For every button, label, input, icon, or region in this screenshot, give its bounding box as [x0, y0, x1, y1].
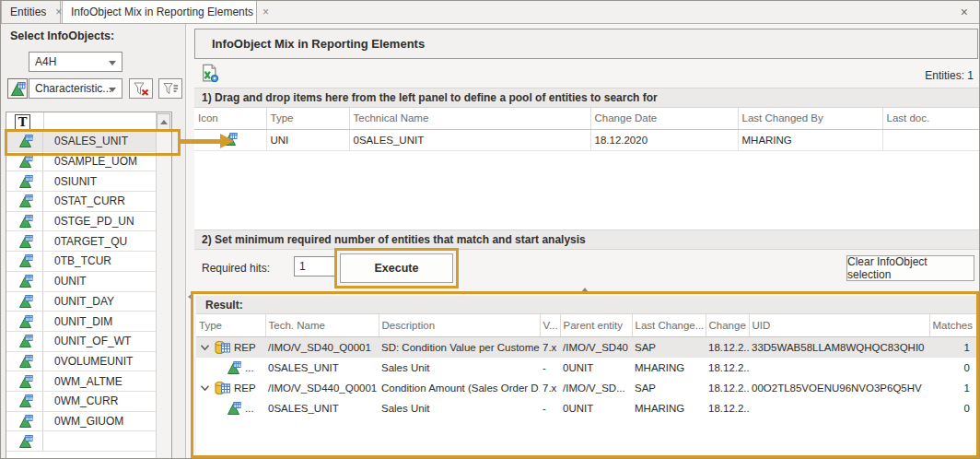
splitter-up-icon[interactable] [581, 288, 589, 292]
pool-col-last-changed-by[interactable]: Last Changed By [738, 108, 882, 129]
infoobject-name: 0SIUNIT [42, 171, 97, 191]
result-row[interactable]: REP /IMO/V_SD40_Q0001 SD: Condition Valu… [196, 336, 977, 358]
result-cell-description: Sales Unit [379, 398, 540, 418]
pool-cell-last-changed-by: MHARING [738, 129, 882, 150]
list-item[interactable]: 0SIUNIT [6, 171, 157, 192]
entities-count: Entities: 1 [793, 69, 974, 82]
list-item-selected[interactable]: 0SALES_UNIT [6, 132, 157, 152]
filter-button[interactable] [158, 78, 182, 99]
list-item-partial[interactable] [6, 431, 157, 452]
filter-icon [162, 81, 179, 96]
list-item[interactable]: 0TARGET_QU [6, 231, 157, 252]
tab-label: InfoObject Mix in Reporting Elements [71, 6, 253, 18]
pool-row[interactable]: UNI 0SALES_UNIT 18.12.2020 MHARING [194, 129, 979, 150]
result-row[interactable]: REP /IMO/V_SD440_Q0001 Condition Amount … [196, 378, 977, 398]
result-col-last-change[interactable]: Last Change... [632, 314, 706, 336]
type-dropdown-value: Characteristic... [35, 82, 111, 95]
list-scrollbar[interactable] [156, 112, 171, 458]
result-cell-parent-entity: /IMO/V_SD... [560, 378, 632, 398]
chevron-down-icon[interactable] [199, 344, 210, 351]
list-item[interactable]: 0WM_ALTME [6, 371, 157, 392]
result-col-type[interactable]: Type [196, 314, 265, 336]
result-col-description[interactable]: Description [379, 314, 540, 336]
infoobject-name: 0WM_ALTME [42, 371, 122, 391]
result-cell-version: - [540, 398, 560, 418]
infoobject-name: 0SALES_UNIT [42, 132, 128, 151]
result-row[interactable]: ... 0SALES_UNIT Sales Unit - 0UNIT MHARI… [196, 398, 977, 418]
infoobject-list: T 0SALES_UNIT 0SAMPLE_UOM 0SIUNIT 0STAT_… [6, 112, 172, 459]
system-dropdown[interactable]: A4H [29, 52, 122, 72]
infoobject-name: 0WM_GIUOM [42, 412, 123, 431]
result-col-uid[interactable]: UID [749, 314, 929, 336]
result-col-tech-name[interactable]: Tech. Name [265, 314, 379, 336]
text-filter-icon[interactable]: T [15, 114, 30, 130]
list-item[interactable]: 0UNIT_DIM [6, 312, 157, 332]
section2-header: 2) Set minimum required number of entiti… [194, 230, 979, 250]
result-header: Result: [196, 296, 977, 314]
execute-button[interactable]: Execute [340, 253, 453, 283]
list-item[interactable]: 0WM_CURR [6, 392, 157, 412]
characteristic-icon [18, 414, 33, 429]
pool-col-technical-name[interactable]: Technical Name [349, 108, 590, 129]
list-item[interactable]: 0STGE_PD_UN [6, 212, 157, 232]
characteristic-icon [18, 194, 33, 208]
infoobject-type-button[interactable] [7, 78, 28, 99]
tab-label: Entities [10, 6, 46, 18]
result-col-parent-entity[interactable]: Parent entity [560, 314, 632, 336]
list-item[interactable]: 0TB_TCUR [6, 252, 157, 272]
clear-filter-icon [133, 81, 149, 96]
infoobject-name: 0WM_CURR [42, 392, 118, 411]
characteristic-icon [18, 214, 33, 229]
list-item[interactable]: 0VOLUMEUNIT [6, 352, 157, 372]
characteristic-icon [227, 360, 241, 375]
result-cell-matches: 1 [929, 336, 977, 358]
tab-infoobject-mix[interactable]: InfoObject Mix in Reporting Elements × [62, 1, 257, 24]
chevron-down-icon[interactable] [199, 384, 210, 392]
required-hits-input[interactable] [294, 256, 335, 277]
close-icon[interactable]: × [262, 6, 269, 18]
result-cell-last-change: SAP [632, 378, 706, 398]
pool-col-icon[interactable]: Icon [194, 108, 266, 129]
list-item[interactable]: 0UNIT_DAY [6, 292, 157, 312]
pool-col-change-date[interactable]: Change Date [590, 108, 738, 129]
result-cell-parent-entity: /IMO/V_SD40 [560, 336, 632, 358]
result-cell-matches: 0 [929, 358, 977, 378]
app-window: Entities × InfoObject Mix in Reporting E… [0, 0, 980, 459]
clear-filter-button[interactable] [129, 78, 153, 99]
panel-title: Select InfoObjects: [10, 29, 114, 42]
characteristic-icon [18, 314, 33, 329]
window-close-icon[interactable]: × [961, 5, 968, 19]
type-dropdown[interactable]: Characteristic... [29, 78, 122, 99]
clear-infoobject-selection-button[interactable]: Clear InfoObject selection [846, 255, 974, 281]
panel-collapse-left-icon[interactable] [188, 293, 192, 300]
characteristic-icon [18, 253, 33, 268]
result-section: Result: Type Tech. Name Description V...… [196, 296, 977, 455]
list-item[interactable]: 0STAT_CURR [6, 192, 157, 212]
result-col-version[interactable]: V... [540, 314, 560, 336]
result-cell-last-change: SAP [632, 336, 706, 358]
result-cell-description: Sales Unit [379, 358, 540, 378]
result-cell-tech-name: /IMO/V_SD440_Q0001 [265, 378, 379, 398]
column-divider [43, 112, 44, 132]
pool-col-last-doc[interactable]: Last doc. [882, 108, 979, 129]
list-item[interactable]: 0SAMPLE_UOM [6, 152, 157, 172]
infoobject-name: 0STGE_PD_UN [42, 212, 134, 231]
list-item[interactable]: 0UNIT_OF_WT [6, 332, 157, 352]
result-cell-last-change: MHARING [632, 358, 706, 378]
result-row[interactable]: ... 0SALES_UNIT Sales Unit - 0UNIT MHARI… [196, 358, 977, 378]
result-cell-change: 18.12.2... [706, 358, 749, 378]
scroll-up-button[interactable] [157, 113, 170, 130]
excel-export-button[interactable] [198, 62, 220, 84]
tab-entities[interactable]: Entities × [1, 1, 61, 24]
excel-export-icon [200, 64, 218, 82]
characteristic-icon [223, 132, 238, 147]
result-col-change[interactable]: Change ... [706, 314, 749, 336]
list-item[interactable]: 0UNIT [6, 272, 157, 292]
section1-header: 1) Drag and drop items here from the lef… [194, 88, 979, 108]
list-item[interactable]: 0WM_GIUOM [6, 412, 157, 432]
infoobject-name: 0UNIT [42, 272, 87, 291]
result-col-matches[interactable]: Matches [929, 314, 977, 336]
infoobject-name: 0VOLUMEUNIT [42, 352, 133, 371]
result-cell-change: 18.12.2... [706, 378, 749, 398]
pool-col-type[interactable]: Type [266, 108, 349, 129]
